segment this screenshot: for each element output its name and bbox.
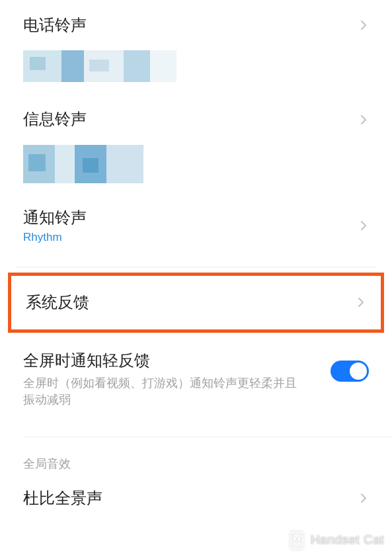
watermark: Handset Cat: [288, 530, 384, 550]
highlight-box: 系统反馈: [8, 273, 384, 332]
toggle-switch[interactable]: [331, 361, 369, 382]
svg-rect-13: [291, 533, 303, 548]
watermark-text: Handset Cat: [311, 533, 384, 547]
row-text: 通知铃声 Rhythm: [23, 207, 352, 244]
row-notification-ringtone[interactable]: 通知铃声 Rhythm: [0, 195, 392, 256]
svg-rect-8: [55, 145, 75, 183]
row-title: 信息铃声: [23, 108, 352, 130]
row-text: 信息铃声: [23, 108, 352, 130]
chevron-right-icon: [358, 20, 369, 30]
row-title: 系统反馈: [26, 292, 349, 313]
row-text: 全屏时通知轻反馈 全屏时（例如看视频、打游戏）通知铃声更轻柔并且振动减弱: [23, 350, 301, 409]
row-subtitle: Rhythm: [23, 231, 352, 244]
chevron-right-icon: [358, 493, 369, 503]
row-message-ringtone[interactable]: 信息铃声: [0, 94, 392, 144]
svg-point-14: [294, 538, 296, 540]
row-fullscreen-feedback[interactable]: 全屏时通知轻反馈 全屏时（例如看视频、打游戏）通知铃声更轻柔并且振动减弱: [0, 338, 392, 421]
divider: [16, 267, 376, 267]
row-title: 电话铃声: [23, 15, 352, 36]
row-text: 系统反馈: [26, 292, 349, 313]
row-system-feedback[interactable]: 系统反馈: [11, 276, 381, 329]
chevron-right-icon: [358, 114, 369, 125]
row-title: 通知铃声: [23, 207, 352, 228]
svg-rect-5: [30, 57, 46, 70]
svg-rect-3: [124, 50, 150, 82]
svg-rect-6: [89, 60, 109, 71]
svg-rect-12: [83, 158, 98, 173]
row-title: 全屏时通知轻反馈: [23, 350, 301, 371]
svg-rect-4: [150, 50, 176, 82]
message-ringtone-preview-blurred: [0, 145, 392, 195]
svg-rect-10: [106, 145, 143, 183]
chevron-right-icon: [356, 297, 366, 308]
row-text: 杜比全景声: [23, 488, 352, 509]
section-label-global-audio: 全局音效: [0, 437, 392, 476]
phone-ringtone-preview-blurred: [0, 50, 392, 94]
row-dolby-atmos[interactable]: 杜比全景声: [0, 476, 392, 521]
svg-rect-11: [28, 154, 46, 171]
row-text: 电话铃声: [23, 15, 352, 36]
chevron-right-icon: [358, 220, 369, 231]
svg-point-15: [298, 538, 300, 540]
row-phone-ringtone[interactable]: 电话铃声: [0, 0, 392, 50]
row-description: 全屏时（例如看视频、打游戏）通知铃声更轻柔并且振动减弱: [23, 375, 301, 409]
row-title: 杜比全景声: [23, 488, 352, 509]
svg-rect-1: [61, 50, 84, 82]
